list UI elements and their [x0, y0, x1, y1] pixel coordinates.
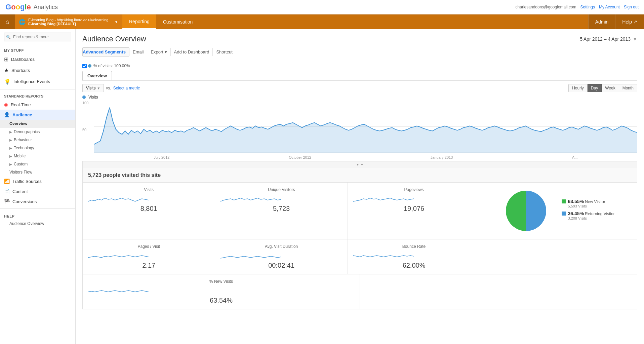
- stats-grid-row1: Visits 8,801 Unique Visitors 5,723: [82, 183, 637, 239]
- demographics-label: Demographics: [14, 129, 40, 134]
- visitors-flow-label: Visitors Flow: [9, 170, 32, 175]
- account-selector[interactable]: 🌐 E-learning Blog - http://blog.lboro.ac…: [15, 14, 122, 29]
- sidebar-item-realtime[interactable]: ◉ Real-Time: [0, 100, 75, 110]
- pie-legend-new: 63.55% New Visitor 5,593 Visits: [562, 199, 614, 208]
- y-label-100: 100: [82, 101, 94, 105]
- sidebar-search-area: [0, 29, 75, 45]
- new-visitor-pct: 63.55%: [568, 199, 583, 204]
- sidebar-item-traffic[interactable]: 📶 Traffic Sources: [0, 176, 75, 186]
- stats-headline: 5,723 people visited this site: [88, 172, 161, 178]
- sidebar-help-audience-overview[interactable]: Audience Overview: [0, 220, 75, 228]
- tab-overview[interactable]: Overview: [82, 71, 112, 80]
- sidebar-item-intelligence[interactable]: 💡 Intelligence Events: [0, 76, 75, 87]
- date-range-text: 5 Apr 2012 – 4 Apr 2013: [580, 36, 631, 42]
- pie-chart-area: 63.55% New Visitor 5,593 Visits 36.45% R…: [502, 187, 614, 234]
- returning-visitor-label: Returning Visitor: [585, 212, 615, 216]
- sidebar-sub-visitors-flow[interactable]: Visitors Flow: [0, 168, 75, 176]
- bounce-value: 62.00%: [353, 262, 475, 269]
- sidebar: MY STUFF ⊞ Dashboards ★ Shortcuts 💡 Inte…: [0, 29, 76, 344]
- home-button[interactable]: ⌂: [0, 14, 15, 29]
- overview-tab-bar: Overview: [82, 71, 637, 81]
- time-btn-month[interactable]: Month: [619, 84, 637, 92]
- pageviews-value: 19,076: [353, 205, 475, 213]
- sidebar-item-shortcuts[interactable]: ★ Shortcuts: [0, 65, 75, 76]
- stats-grid-row2: Pages / Visit 2.17 Avg. Visit Duration 0…: [82, 239, 637, 274]
- new-visits-sparkline: [88, 286, 354, 295]
- nav-tab-reporting[interactable]: Reporting: [122, 14, 156, 29]
- unique-visitors-sparkline: [220, 194, 342, 203]
- scroll-indicator[interactable]: ▼ ▼: [82, 161, 637, 168]
- sign-out-link[interactable]: Sign out: [624, 5, 639, 9]
- technology-label: Technology: [14, 146, 34, 150]
- sidebar-item-dashboards[interactable]: ⊞ Dashboards: [0, 54, 75, 65]
- google-logo: Google: [5, 3, 31, 11]
- technology-arrow: ▶: [9, 146, 12, 150]
- sidebar-sub-behaviour[interactable]: ▶ Behaviour: [0, 136, 75, 144]
- visits-sparkline: [88, 194, 209, 203]
- site-name: E-learning Blog [DEFAULT]: [28, 22, 112, 26]
- date-range-selector[interactable]: 5 Apr 2012 – 4 Apr 2013 ▼: [580, 36, 637, 42]
- x-label-january: January 2013: [431, 155, 453, 159]
- bounce-sparkline: [353, 251, 475, 260]
- sidebar-sub-overview[interactable]: Overview: [0, 120, 75, 128]
- time-btn-hourly[interactable]: Hourly: [568, 84, 588, 92]
- sidebar-item-content[interactable]: 📄 Content: [0, 186, 75, 196]
- vs-text: vs.: [106, 86, 111, 90]
- my-account-link[interactable]: My Account: [599, 5, 620, 9]
- admin-button[interactable]: Admin: [588, 14, 615, 29]
- chart-svg: [94, 101, 637, 153]
- new-visitor-dot: [562, 199, 566, 203]
- stats-grid-row3: % New Visits 63.54%: [82, 274, 637, 309]
- nav-tab-customisation[interactable]: Customisation: [156, 14, 200, 29]
- metric-visits-button[interactable]: Visits ▼: [82, 84, 104, 92]
- main-layout: MY STUFF ⊞ Dashboards ★ Shortcuts 💡 Inte…: [0, 29, 644, 344]
- custom-label: Custom: [14, 162, 28, 166]
- chart-x-labels: July 2012 October 2012 January 2013 A...: [94, 154, 637, 161]
- pageviews-sparkline: [353, 194, 475, 203]
- returning-visitor-count: 3,208 Visits: [568, 216, 614, 220]
- pageviews-label: Pageviews: [353, 187, 475, 192]
- stats-new-visits: % New Visits 63.54%: [83, 274, 360, 309]
- ppv-sparkline-svg: [88, 251, 209, 260]
- returning-visitor-dot: [562, 212, 566, 216]
- visits-filter-label: % of visits:: [93, 64, 113, 68]
- legend-label: Visits: [88, 95, 98, 100]
- custom-arrow: ▶: [9, 162, 12, 166]
- date-range-arrow: ▼: [633, 36, 637, 42]
- visits-value: 8,801: [88, 205, 209, 213]
- search-input[interactable]: [4, 33, 71, 41]
- visits-checkbox[interactable]: [82, 64, 87, 68]
- realtime-icon: ◉: [4, 102, 8, 107]
- shortcuts-icon: ★: [4, 67, 9, 74]
- metric-visits-label: Visits: [86, 86, 95, 90]
- site-url: E-learning Blog - http://blog.lboro.ac.u…: [28, 18, 112, 22]
- y-label-50: 50: [82, 128, 94, 132]
- sidebar-sub-mobile[interactable]: ▶ Mobile: [0, 152, 75, 160]
- advanced-segments-button[interactable]: Advanced Segments: [82, 47, 129, 56]
- nav-right-buttons: Admin Help ↗: [588, 14, 644, 29]
- sidebar-sub-technology[interactable]: ▶ Technology: [0, 144, 75, 152]
- time-btn-day[interactable]: Day: [588, 84, 602, 92]
- sidebar-divider-2: [0, 208, 75, 209]
- stats-avg-visit: Avg. Visit Duration 00:02:41: [215, 239, 348, 274]
- new-visitor-label: New Visitor: [585, 199, 605, 204]
- sidebar-sub-custom[interactable]: ▶ Custom: [0, 160, 75, 168]
- metric-selector: Visits ▼ vs. Select a metric: [82, 84, 140, 92]
- chart-legend: Visits: [82, 95, 637, 100]
- x-label-end: A...: [572, 155, 578, 159]
- top-header: Google Analytics charlesanddons@googlema…: [0, 0, 644, 14]
- select-metric-link[interactable]: Select a metric: [113, 86, 140, 90]
- time-btn-week[interactable]: Week: [602, 84, 619, 92]
- sidebar-item-audience[interactable]: 👤 Audience: [0, 110, 75, 120]
- help-button[interactable]: Help ↗: [615, 14, 644, 29]
- scroll-chevron-icon: ▼ ▼: [356, 163, 364, 166]
- add-to-dashboard-button[interactable]: Add to Dashboard: [171, 48, 213, 56]
- sidebar-sub-demographics[interactable]: ▶ Demographics: [0, 128, 75, 136]
- shortcut-button[interactable]: Shortcut: [213, 48, 236, 56]
- visits-sparkline-svg: [88, 194, 209, 203]
- export-button[interactable]: Export ▾: [147, 48, 170, 56]
- email-button[interactable]: Email: [129, 48, 148, 56]
- pageviews-sparkline-svg: [353, 194, 475, 203]
- sidebar-item-conversions[interactable]: 🏁 Conversions: [0, 196, 75, 206]
- settings-link[interactable]: Settings: [580, 5, 595, 9]
